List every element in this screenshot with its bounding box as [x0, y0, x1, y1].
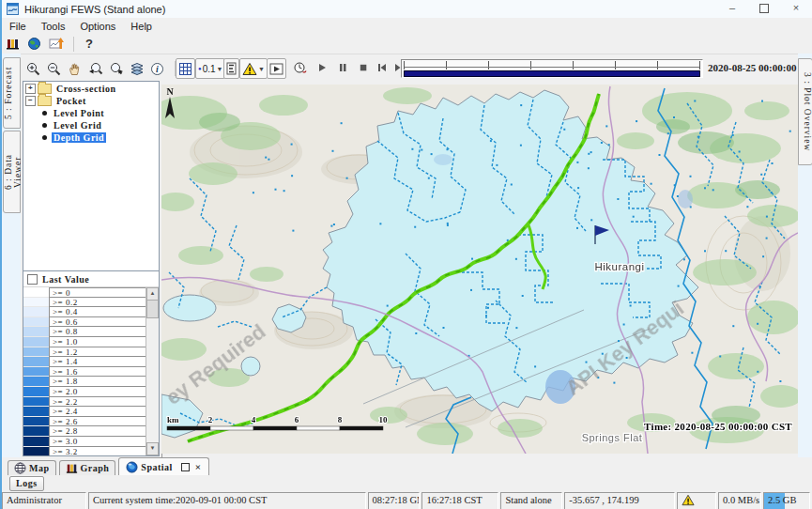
legend-scrollbar[interactable]: ▲ ▼ [146, 287, 159, 455]
svg-text:4: 4 [252, 415, 256, 424]
node-bullet-icon [42, 135, 47, 140]
step-back-button[interactable] [374, 58, 391, 77]
legend-row: >= 2.8 [23, 426, 146, 437]
legend-value: >= 0.6 [49, 317, 146, 328]
legend-value: >= 0.4 [49, 307, 146, 317]
tree-item-level-grid[interactable]: Level Grid [23, 119, 159, 131]
svg-text:N: N [166, 86, 174, 97]
tree-item-pocket[interactable]: −Pocket [23, 95, 159, 106]
tree-expander-icon[interactable]: − [25, 96, 36, 106]
legend-row: >= 3.0 [23, 437, 146, 447]
layers-button[interactable] [128, 58, 146, 79]
legend-list: >= 0>= 0.2>= 0.4>= 0.6>= 0.8>= 1.0>= 1.2… [23, 287, 146, 455]
zoom-in-button[interactable] [24, 58, 42, 79]
application-window: Hikurangi FEWS (Stand alone) – × FileToo… [0, 0, 812, 509]
status-system-time: Current system time:2020-09-01 00:00 CST [88, 492, 366, 509]
menu-file[interactable]: File [2, 20, 34, 33]
folder-icon [38, 84, 52, 94]
legend-value: >= 2.8 [49, 426, 146, 437]
tab-close-icon[interactable]: × [195, 461, 202, 472]
tab-data-viewer[interactable]: 6 : Data Viewer [3, 131, 21, 213]
map-canvas[interactable]: ey Required API Key Requi N Hikurangi Sp… [161, 85, 798, 454]
database-viewer-icon[interactable] [6, 37, 20, 51]
legend-panel: Last Value >= 0>= 0.2>= 0.4>= 0.6>= 0.8>… [23, 270, 160, 456]
pan-hand-button[interactable] [66, 58, 84, 79]
play-button[interactable] [314, 58, 330, 77]
title-bar: Hikurangi FEWS (Stand alone) – × [2, 0, 812, 18]
minimize-button[interactable]: – [716, 0, 748, 18]
map-display-icon[interactable] [27, 37, 41, 51]
menu-options[interactable]: Options [72, 20, 123, 33]
tab-map[interactable]: Map [8, 460, 56, 475]
legend-value: >= 3.2 [49, 447, 146, 456]
pause-button[interactable] [334, 58, 351, 77]
tab-plot-overview[interactable]: 3 : Plot Overview [798, 58, 812, 165]
legend-swatch [23, 367, 49, 378]
time-slider[interactable] [401, 59, 703, 78]
wireframe-globe-icon [14, 462, 26, 474]
logs-button[interactable]: Logs [9, 476, 44, 491]
zoom-next-button[interactable] [107, 58, 125, 79]
interval-display-icon[interactable] [49, 37, 64, 51]
zoom-previous-button[interactable] [86, 58, 104, 79]
tree-item-depth-grid[interactable]: Depth Grid [23, 131, 159, 143]
legend-swatch [23, 317, 49, 328]
info-button[interactable]: i [148, 58, 166, 79]
zoom-out-button[interactable] [45, 58, 63, 79]
legend-row: >= 1.8 [23, 377, 146, 387]
svg-text:6: 6 [295, 415, 299, 424]
status-mode: Stand alone [500, 492, 562, 509]
tab-forecast[interactable]: 5 : Forecast [3, 57, 21, 129]
current-map-datetime: 2020-08-25 00:00:00 CST [708, 62, 812, 73]
status-bandwidth: 0.0 MB/s [718, 492, 761, 509]
legend-swatch [23, 347, 49, 358]
thresholds-dropdown[interactable]: ▼ [239, 58, 268, 79]
tree-item-label: Depth Grid [52, 132, 106, 143]
menu-tools[interactable]: Tools [34, 20, 73, 33]
close-button[interactable]: × [780, 0, 812, 18]
legend-row: >= 0 [23, 287, 146, 298]
svg-text:2: 2 [208, 415, 213, 424]
tree-expander-icon[interactable]: + [25, 84, 36, 94]
main-toolbar: ? [2, 34, 812, 54]
legend-value: >= 1.4 [49, 357, 146, 367]
stop-button[interactable] [355, 58, 372, 77]
tab-graph[interactable]: Graph [59, 460, 116, 475]
menu-help[interactable]: Help [123, 20, 160, 33]
town-label: Hikurangi [594, 261, 644, 272]
scroll-thumb[interactable] [146, 300, 159, 318]
legend-row: >= 1.4 [23, 357, 146, 367]
tree-item-label: Level Grid [52, 120, 103, 131]
legend-swatch [23, 447, 49, 456]
scroll-up-icon[interactable]: ▲ [146, 287, 159, 301]
help-button[interactable]: ? [80, 37, 99, 51]
tab-spatial[interactable]: Spatial × [118, 457, 208, 475]
status-memory: 2.5 GB [763, 492, 810, 509]
grid-threshold-dropdown[interactable]: ●0.1▼ [195, 58, 225, 79]
longitudinal-profile-button[interactable] [223, 58, 239, 79]
locality-label: Springs Flat [582, 432, 643, 443]
legend-row: >= 2.6 [23, 417, 146, 427]
legend-row: >= 0.4 [23, 307, 146, 317]
data-viewer-panel: +Cross-section−PocketLevel PointLevel Gr… [21, 85, 162, 457]
legend-value: >= 0.2 [49, 298, 146, 308]
map-viewport[interactable]: ey Required API Key Requi N Hikurangi Sp… [161, 85, 798, 454]
tab-maximize-icon[interactable] [181, 463, 190, 471]
svg-text:10: 10 [379, 415, 389, 424]
legend-swatch [23, 397, 49, 408]
scroll-down-icon[interactable]: ▼ [146, 442, 159, 455]
last-value-checkbox[interactable] [27, 274, 38, 285]
tree-item-cross-section[interactable]: +Cross-section [23, 83, 159, 94]
menu-bar: FileToolsOptionsHelp [2, 18, 812, 35]
tree-item-level-point[interactable]: Level Point [23, 107, 159, 118]
legend-row: >= 1.2 [23, 347, 146, 358]
animation-timer-button[interactable] [291, 58, 308, 77]
grid-display-button[interactable] [176, 58, 195, 79]
right-tab-strip: 3 : Plot Overview [798, 54, 812, 457]
maximize-button[interactable] [748, 0, 780, 18]
tree-item-label: Level Point [52, 108, 106, 118]
status-alerts [677, 492, 716, 509]
animation-panel-button[interactable] [267, 58, 286, 79]
legend-value: >= 1.6 [49, 367, 146, 378]
legend-row: >= 0.8 [23, 327, 146, 337]
